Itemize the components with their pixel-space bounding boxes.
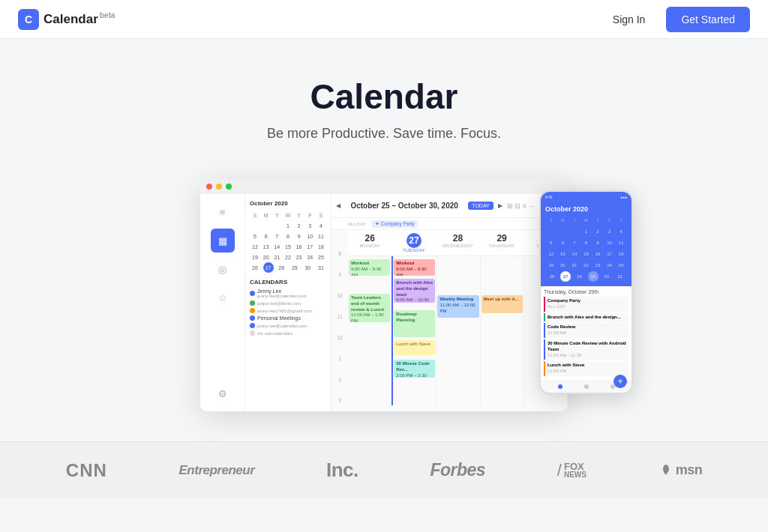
calendar-item-5: jenny-lee@calendar.com · [250, 323, 326, 328]
day-header-mon: 26 MONDAY [348, 230, 392, 256]
sidebar-icon-2: ◎ [211, 257, 235, 281]
logo-text: Calendarbeta [44, 11, 115, 27]
press-logo-cnn: CNN [66, 460, 107, 481]
day-header-tue: 27 TUESDAY [392, 230, 436, 256]
calendars-section: CALENDARS Jenny Leejenny-lee@calendar.co… [250, 279, 326, 336]
allday-event: ✦ Company Party [372, 220, 418, 228]
mini-calendar-panel: October 2020 S M T W T F S 1234 [245, 194, 332, 411]
mockup-body: ≡ ▦ ◎ ☆ ⚙ October 2020 S M T W T F [200, 194, 568, 411]
event-meetup: Meet up with A... [482, 295, 523, 313]
today-badge: TODAY [468, 202, 493, 210]
press-logo-fox: / FOX NEWS [557, 461, 586, 480]
day-col-mon: Workout9:00 AM – 9:30 AM Team Leaders en… [348, 256, 392, 405]
events-grid: Workout9:00 AM – 9:30 AM Team Leaders en… [348, 256, 568, 405]
mobile-month-title: October 2020 [545, 205, 627, 213]
logo-icon: C [18, 9, 39, 30]
event-lunch: Lunch with Steve [394, 340, 435, 355]
press-logo-forbes: Forbes [430, 460, 485, 480]
event-weekly-meeting: Weekly Meeting11:00 AM – 12:00 PM [437, 295, 478, 318]
main-calendar: ◀ October 25 – October 30, 2020 TODAY ▶ … [332, 194, 568, 411]
calendar-header-bar: ◀ October 25 – October 30, 2020 TODAY ▶ … [332, 194, 568, 218]
minimize-dot [216, 184, 222, 190]
day-col-tue: Workout9:00 AM – 9:30 AM Brunch with Ale… [392, 256, 436, 405]
day-header-wed: 28 WEDNESDAY [436, 230, 480, 256]
mini-calendar: S M T W T F S 1234 567891011 [250, 210, 326, 273]
logo-area: C Calendarbeta [18, 9, 115, 30]
mobile-fab-button[interactable]: + [614, 375, 627, 388]
mobile-event-lunch: Lunch with Steve 11:00 AM [544, 361, 628, 376]
hero-title: Calendar [15, 76, 753, 117]
mobile-event-party: Company Party ALL DAY [544, 297, 628, 312]
mobile-event-brunch: Brunch with Alex and the design... [544, 313, 628, 322]
event-workout-tue: Workout9:00 AM – 9:30 AM [394, 259, 435, 276]
calendar-date-range: October 25 – October 30, 2020 [345, 202, 464, 210]
press-logo-msn: msn [658, 462, 703, 478]
mobile-body: Thursday, October 29th Company Party ALL… [541, 286, 632, 381]
mobile-mini-cal: S M T W T F S 1234 567891011 12131415161… [545, 215, 627, 282]
event-roadmap: Roadmap Planning [394, 310, 435, 337]
header: C Calendarbeta Sign In Get Started [0, 0, 768, 39]
press-logo-inc: Inc. [326, 459, 358, 482]
logo-beta: beta [100, 11, 116, 19]
header-nav: Sign In Get Started [604, 7, 750, 32]
maximize-dot [226, 184, 232, 190]
sign-in-button[interactable]: Sign In [604, 7, 655, 31]
calendar-item-1: Jenny Leejenny-lee@calendar.com [250, 288, 326, 298]
event-code-review-tue: 30 Minute Code Rev...2:00 PM – 2:30 PM [394, 360, 435, 378]
mobile-bottom-dot-1 [558, 384, 562, 389]
mobile-mockup: 9:41 ●●● October 2020 S M T W T F S 1234 [539, 190, 633, 394]
allday-row: ALL DAY ✦ Company Party [332, 218, 568, 230]
mobile-bottom-dot-3 [610, 384, 615, 389]
sidebar-icon-calendar: ▦ [211, 229, 235, 253]
calendar-item-4: Personal Meetings [250, 315, 326, 321]
mobile-bottom-dot-2 [584, 384, 589, 389]
desktop-mockup: ≡ ▦ ◎ ☆ ⚙ October 2020 S M T W T F [200, 179, 568, 411]
day-col-wed: Weekly Meeting11:00 AM – 12:00 PM [436, 256, 480, 405]
calendars-label: CALENDARS [250, 279, 326, 285]
mobile-event-code-review: Code Review 11:00 AM [544, 323, 628, 338]
mobile-event-code-review-2: 30 Minute Code Review with Android Team … [544, 339, 628, 360]
mini-month-header: October 2020 [250, 200, 326, 207]
mobile-header: October 2020 S M T W T F S 1234 56789101… [541, 202, 632, 286]
titlebar [200, 179, 568, 194]
days-header: 26 MONDAY 27 TUESDAY 28 WEDNESDAY [348, 230, 568, 256]
day-col-thu: Meet up with A... [481, 256, 524, 405]
day-header-thu: 29 THURSDAY [480, 230, 524, 256]
event-brunch: Brunch with Alex and the design team9:00… [394, 279, 435, 303]
mobile-status-bar: 9:41 ●●● [541, 192, 632, 202]
press-logo-entrepreneur: Entrepreneur [179, 463, 255, 478]
sidebar-icons: ≡ ▦ ◎ ☆ ⚙ [200, 194, 245, 411]
app-preview: ≡ ▦ ◎ ☆ ⚙ October 2020 S M T W T F [0, 164, 768, 434]
get-started-button[interactable]: Get Started [666, 7, 750, 32]
hero-section: Calendar Be more Productive. Save time. … [0, 39, 768, 164]
press-bar: CNN Entrepreneur Inc. Forbes / FOX NEWS … [0, 441, 768, 498]
event-workout-mon: Workout9:00 AM – 9:30 AM [349, 259, 390, 276]
event-team-leaders: Team Leaders end of month review & Lunch… [349, 294, 390, 322]
sidebar-icon-settings: ⚙ [211, 381, 235, 405]
sidebar-icon-1: ≡ [211, 200, 235, 224]
hero-subtitle: Be more Productive. Save time. Focus. [15, 126, 753, 142]
calendar-item-6: my sub-calendars [250, 330, 326, 336]
mobile-day-label: Thursday, October 29th [544, 289, 628, 294]
calendar-item-3: jenny-lee(7481@gmail.com [250, 308, 326, 313]
calendar-item-2: jonjon-lee@ltbhb.com [250, 300, 326, 306]
sidebar-icon-3: ☆ [211, 285, 235, 309]
close-dot [206, 184, 212, 190]
